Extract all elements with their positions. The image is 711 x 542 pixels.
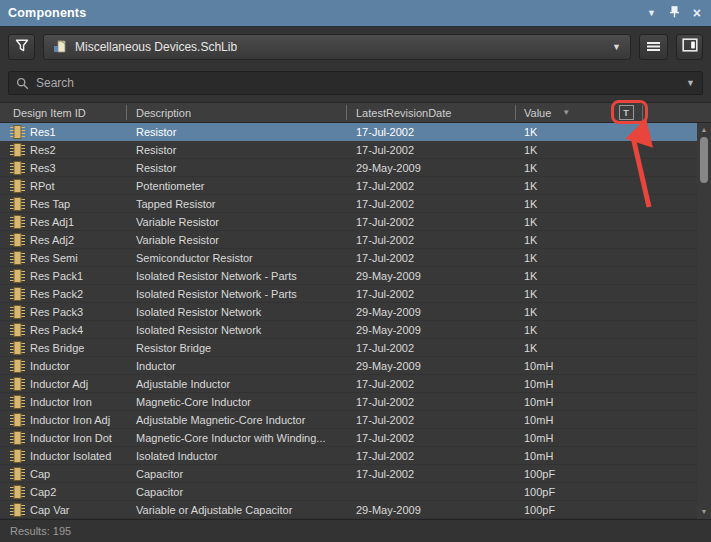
- cell-design-item-id: Inductor Adj: [28, 378, 127, 390]
- cell-latest-revision-date: 17-Jul-2002: [347, 396, 516, 408]
- component-icon: [0, 466, 28, 482]
- cell-value: 1K: [516, 198, 610, 210]
- component-icon: [0, 376, 28, 392]
- table-row[interactable]: Inductor AdjAdjustable Inductor17-Jul-20…: [0, 375, 697, 393]
- panel-title: Components: [8, 6, 86, 20]
- table-body: Res1Resistor17-Jul-20021K Res2Resistor17…: [0, 123, 697, 519]
- cell-design-item-id: Cap Var: [28, 504, 127, 516]
- results-count: Results: 195: [10, 525, 71, 537]
- component-icon: [0, 196, 28, 212]
- cell-description: Capacitor: [127, 486, 347, 498]
- table-row[interactable]: Res SemiSemiconductor Resistor17-Jul-200…: [0, 249, 697, 267]
- cell-description: Isolated Resistor Network: [127, 324, 347, 336]
- components-table: Design Item ID Description LatestRevisio…: [0, 102, 711, 519]
- cell-description: Magnetic-Core Inductor: [127, 396, 347, 408]
- close-icon[interactable]: ×: [693, 6, 701, 20]
- chevron-down-icon[interactable]: ▼: [647, 9, 656, 18]
- table-header: Design Item ID Description LatestRevisio…: [0, 102, 711, 123]
- table-row[interactable]: RPotPotentiometer17-Jul-20021K: [0, 177, 697, 195]
- component-icon: [0, 250, 28, 266]
- chevron-down-icon[interactable]: ▼: [686, 78, 695, 88]
- cell-design-item-id: Res1: [28, 126, 127, 138]
- component-icon: [0, 430, 28, 446]
- table-row[interactable]: Inductor IsolatedIsolated Inductor17-Jul…: [0, 447, 697, 465]
- cell-description: Magnetic-Core Inductor with Winding...: [127, 432, 347, 444]
- table-row[interactable]: Res Pack4Isolated Resistor Network29-May…: [0, 321, 697, 339]
- cell-description: Isolated Resistor Network - Parts: [127, 270, 347, 282]
- cell-description: Resistor Bridge: [127, 342, 347, 354]
- table-row[interactable]: Cap VarVariable or Adjustable Capacitor2…: [0, 501, 697, 519]
- table-row[interactable]: Inductor Iron AdjAdjustable Magnetic-Cor…: [0, 411, 697, 429]
- cell-design-item-id: Res3: [28, 162, 127, 174]
- table-row[interactable]: Res Adj2Variable Resistor17-Jul-20021K: [0, 231, 697, 249]
- scrollbar-thumb[interactable]: [700, 137, 708, 183]
- cell-latest-revision-date: 17-Jul-2002: [347, 252, 516, 264]
- table-row[interactable]: Inductor Iron DotMagnetic-Core Inductor …: [0, 429, 697, 447]
- vertical-scrollbar[interactable]: ▲ ▼: [697, 123, 711, 519]
- column-header-design-item-id[interactable]: Design Item ID: [0, 105, 127, 120]
- view-mode-button[interactable]: [676, 34, 703, 60]
- column-text-icon[interactable]: T: [619, 105, 634, 120]
- component-icon: [0, 394, 28, 410]
- cell-design-item-id: RPot: [28, 180, 127, 192]
- component-icon: [0, 142, 28, 158]
- cell-description: Resistor: [127, 162, 347, 174]
- cell-design-item-id: Inductor Iron Dot: [28, 432, 127, 444]
- pin-icon[interactable]: [669, 6, 680, 20]
- cell-value: 1K: [516, 306, 610, 318]
- cell-design-item-id: Res Adj1: [28, 216, 127, 228]
- cell-value: 1K: [516, 270, 610, 282]
- cell-latest-revision-date: 17-Jul-2002: [347, 378, 516, 390]
- component-icon: [0, 160, 28, 176]
- table-row[interactable]: Inductor IronMagnetic-Core Inductor17-Ju…: [0, 393, 697, 411]
- panel-titlebar: Components ▼ ×: [0, 0, 711, 27]
- cell-description: Variable or Adjustable Capacitor: [127, 504, 347, 516]
- table-row[interactable]: Res Adj1Variable Resistor17-Jul-20021K: [0, 213, 697, 231]
- table-row[interactable]: CapCapacitor17-Jul-2002100pF: [0, 465, 697, 483]
- table-row[interactable]: InductorInductor29-May-200910mH: [0, 357, 697, 375]
- cell-design-item-id: Res Pack3: [28, 306, 127, 318]
- component-icon: [0, 304, 28, 320]
- component-icon: [0, 448, 28, 464]
- cell-design-item-id: Inductor Iron Adj: [28, 414, 127, 426]
- cell-latest-revision-date: 17-Jul-2002: [347, 126, 516, 138]
- table-row[interactable]: Res Pack3Isolated Resistor Network29-May…: [0, 303, 697, 321]
- cell-design-item-id: Res Pack2: [28, 288, 127, 300]
- cell-design-item-id: Inductor Iron: [28, 396, 127, 408]
- cell-value: 10mH: [516, 432, 610, 444]
- table-row[interactable]: Res2Resistor17-Jul-20021K: [0, 141, 697, 159]
- library-dropdown[interactable]: Miscellaneous Devices.SchLib ▼: [43, 34, 631, 60]
- filter-chevron-icon[interactable]: ▼: [562, 108, 570, 117]
- cell-design-item-id: Res Bridge: [28, 342, 127, 354]
- component-icon: [0, 178, 28, 194]
- cell-design-item-id: Cap2: [28, 486, 127, 498]
- cell-value: 100pF: [516, 468, 610, 480]
- cell-description: Resistor: [127, 126, 347, 138]
- search-input[interactable]: [36, 76, 679, 90]
- column-header-value[interactable]: Value ▼: [516, 105, 610, 120]
- table-row[interactable]: Res TapTapped Resistor17-Jul-20021K: [0, 195, 697, 213]
- table-row[interactable]: Res Pack1Isolated Resistor Network - Par…: [0, 267, 697, 285]
- panel-menu-button[interactable]: [639, 34, 668, 60]
- cell-latest-revision-date: 17-Jul-2002: [347, 180, 516, 192]
- cell-value: 100pF: [516, 504, 610, 516]
- cell-value: 10mH: [516, 450, 610, 462]
- filter-button[interactable]: [8, 34, 35, 60]
- table-row[interactable]: Res3Resistor29-May-20091K: [0, 159, 697, 177]
- scroll-up-icon[interactable]: ▲: [697, 125, 711, 135]
- table-row[interactable]: Res Pack2Isolated Resistor Network - Par…: [0, 285, 697, 303]
- table-row[interactable]: Res BridgeResistor Bridge17-Jul-20021K: [0, 339, 697, 357]
- column-header-description[interactable]: Description: [127, 105, 347, 120]
- cell-latest-revision-date: 29-May-2009: [347, 324, 516, 336]
- cell-value: 1K: [516, 252, 610, 264]
- cell-description: Semiconductor Resistor: [127, 252, 347, 264]
- cell-latest-revision-date: 29-May-2009: [347, 360, 516, 372]
- table-row[interactable]: Cap2Capacitor100pF: [0, 483, 697, 501]
- toolbar: Miscellaneous Devices.SchLib ▼: [0, 27, 711, 66]
- component-icon: [0, 358, 28, 374]
- funnel-icon: [15, 38, 29, 56]
- cell-latest-revision-date: 29-May-2009: [347, 162, 516, 174]
- scroll-down-icon[interactable]: ▼: [697, 507, 711, 517]
- table-row[interactable]: Res1Resistor17-Jul-20021K: [0, 123, 697, 141]
- column-header-latest-revision-date[interactable]: LatestRevisionDate: [347, 105, 516, 120]
